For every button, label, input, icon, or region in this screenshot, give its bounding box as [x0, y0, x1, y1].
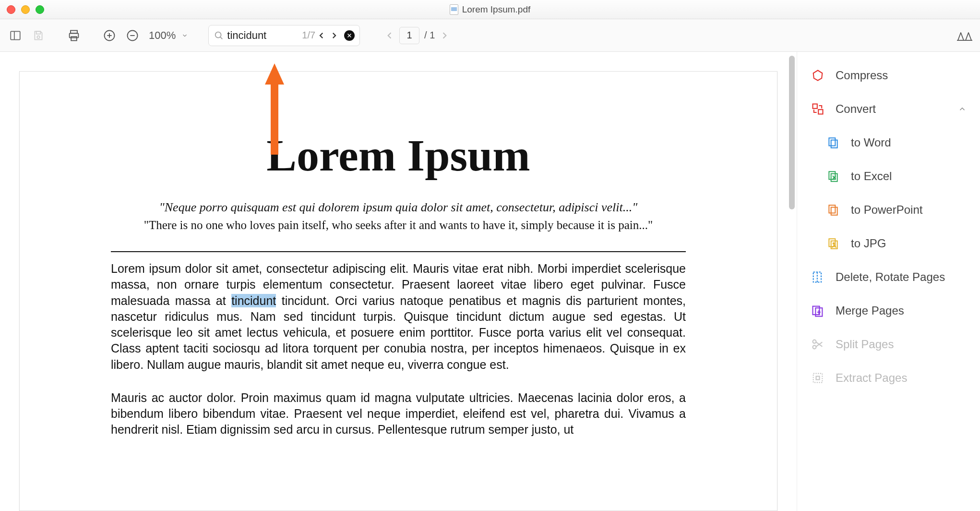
close-window-button[interactable]	[7, 5, 15, 14]
zoom-out-button[interactable]	[124, 27, 141, 44]
svg-point-3	[37, 36, 39, 38]
svg-rect-0	[11, 31, 20, 39]
save-button[interactable]	[30, 27, 47, 44]
svg-rect-42	[813, 374, 823, 383]
titlebar: Lorem Ipsum.pdf	[0, 0, 980, 19]
svg-rect-21	[829, 138, 835, 146]
maximize-window-button[interactable]	[36, 5, 44, 14]
powerpoint-icon	[826, 203, 840, 217]
sidebar-item-convert[interactable]: Convert	[797, 92, 980, 126]
sidebar-item-label: Split Pages	[836, 338, 967, 351]
zoom-dropdown[interactable]: 100%	[147, 29, 190, 42]
sidebar-item-label: to Word	[851, 136, 967, 149]
sidebar-toggle-button[interactable]	[7, 27, 24, 44]
search-prev-button[interactable]	[317, 31, 329, 40]
sidebar-item-split: Split Pages	[797, 328, 980, 361]
svg-line-13	[220, 36, 223, 39]
svg-rect-2	[36, 31, 41, 34]
sidebar-item-label: to Excel	[851, 170, 967, 183]
sidebar-item-to-powerpoint[interactable]: to PowerPoint	[826, 193, 980, 227]
current-page-input[interactable]: 1	[399, 27, 419, 44]
next-page-button[interactable]	[440, 31, 449, 40]
zoom-level: 100%	[149, 29, 176, 42]
excel-icon	[826, 169, 840, 183]
horizontal-rule	[111, 251, 686, 252]
svg-rect-6	[71, 36, 77, 40]
sidebar-item-to-jpg[interactable]: to JPG	[826, 227, 980, 260]
search-highlight: tincidunt	[231, 294, 276, 307]
page-total: / 1	[424, 30, 435, 41]
jpg-icon	[826, 236, 840, 251]
search-next-button[interactable]	[330, 31, 341, 40]
document-viewport[interactable]: Lorem Ipsum "Neque porro quisquam est qu…	[0, 52, 797, 511]
svg-rect-27	[829, 205, 835, 213]
search-close-button[interactable]	[344, 30, 355, 41]
chevron-down-icon	[181, 32, 188, 39]
scrollbar[interactable]	[787, 52, 797, 511]
pdf-page: Lorem Ipsum "Neque porro quisquam est qu…	[19, 71, 777, 511]
sidebar-item-extract: Extract Pages	[797, 361, 980, 395]
sidebar-item-label: to JPG	[851, 237, 967, 250]
svg-rect-43	[816, 377, 820, 380]
tools-sidebar: Compress Convert to Word to Exc	[797, 52, 980, 511]
sidebar-item-label: to PowerPoint	[851, 203, 967, 217]
document-paragraph: Lorem ipsum dolor sit amet, consectetur …	[111, 261, 686, 373]
window-title-text: Lorem Ipsum.pdf	[462, 4, 531, 15]
ilovepdf-button[interactable]	[956, 27, 973, 44]
sidebar-item-merge[interactable]: Merge Pages	[797, 294, 980, 328]
svg-marker-18	[813, 71, 823, 81]
prev-page-button[interactable]	[385, 31, 394, 40]
window-title: Lorem Ipsum.pdf	[0, 4, 980, 15]
sidebar-item-label: Merge Pages	[836, 304, 967, 317]
chevron-up-icon	[958, 105, 967, 113]
svg-rect-20	[818, 110, 823, 114]
svg-rect-22	[831, 140, 837, 148]
document-subtitle-italic: "Neque porro quisquam est qui dolorem ip…	[111, 200, 686, 215]
sidebar-item-delete-rotate[interactable]: Delete, Rotate Pages	[797, 260, 980, 294]
svg-rect-28	[831, 207, 837, 215]
scrollbar-thumb[interactable]	[789, 56, 795, 209]
file-icon	[450, 4, 458, 15]
sidebar-item-to-excel[interactable]: to Excel	[826, 159, 980, 193]
minimize-window-button[interactable]	[21, 5, 30, 14]
word-icon	[826, 135, 840, 150]
search-icon	[214, 30, 224, 41]
sidebar-item-label: Extract Pages	[836, 371, 967, 385]
search-bar: 1/7	[208, 25, 360, 46]
sidebar-item-label: Delete, Rotate Pages	[836, 270, 967, 284]
print-button[interactable]	[65, 27, 83, 44]
sidebar-item-compress[interactable]: Compress	[797, 59, 980, 92]
svg-rect-19	[813, 104, 817, 109]
search-input[interactable]	[227, 29, 299, 42]
convert-icon	[811, 102, 825, 116]
document-title: Lorem Ipsum	[111, 129, 686, 181]
split-icon	[811, 337, 825, 352]
svg-point-38	[813, 340, 816, 343]
sidebar-item-to-word[interactable]: to Word	[826, 126, 980, 159]
sidebar-item-label: Compress	[836, 69, 967, 82]
toolbar: 100% 1/7 1 / 1	[0, 19, 980, 52]
svg-point-31	[833, 243, 835, 244]
svg-point-39	[813, 345, 816, 349]
compress-icon	[811, 68, 825, 83]
search-result-count: 1/7	[302, 30, 315, 41]
sidebar-item-label: Convert	[836, 102, 947, 116]
extract-icon	[811, 371, 825, 385]
zoom-in-button[interactable]	[101, 27, 118, 44]
document-paragraph: Mauris ac auctor dolor. Proin maximus qu…	[111, 390, 686, 438]
document-subtitle-plain: "There is no one who loves pain itself, …	[111, 219, 686, 232]
page-navigation: 1 / 1	[385, 27, 449, 44]
organize-icon	[811, 270, 825, 284]
convert-submenu: to Word to Excel to PowerPoint to JPG	[797, 126, 980, 260]
merge-icon	[811, 304, 825, 318]
window-controls	[7, 5, 44, 14]
